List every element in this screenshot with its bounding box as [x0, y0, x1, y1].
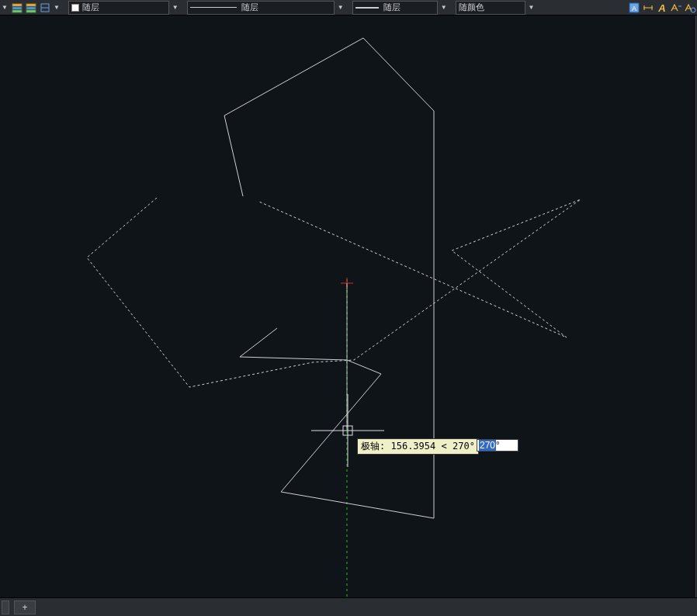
- top-toolbar: ▼ ▼ 随层 ▼ 随层 ▼ 随层 ▼ 随颜色 ▼ A A: [0, 0, 697, 16]
- svg-rect-4: [26, 7, 36, 9]
- add-tab-label: +: [22, 602, 27, 613]
- add-tab-button[interactable]: +: [14, 600, 36, 614]
- side-strip: [694, 16, 697, 597]
- layer-dropdown-label: 随层: [82, 2, 99, 13]
- layer-states-icon[interactable]: [11, 2, 23, 14]
- svg-rect-3: [26, 4, 36, 6]
- annotation-find-icon[interactable]: [684, 2, 696, 14]
- polar-tooltip: 极轴: 156.3954 < 270°: [357, 438, 479, 455]
- bycolor-dropdown-label: 随颜色: [459, 2, 484, 13]
- tab-handle[interactable]: [2, 600, 9, 614]
- dropdown-arrow-icon[interactable]: ▼: [338, 4, 344, 11]
- dropdown-arrow-icon[interactable]: ▼: [172, 4, 179, 11]
- svg-rect-5: [26, 10, 36, 12]
- svg-rect-1: [12, 7, 22, 9]
- text-style-icon[interactable]: A: [628, 2, 640, 14]
- line-sample-thick-icon: [355, 7, 379, 9]
- drawing-canvas[interactable]: 极轴: 156.3954 < 270° 270°: [0, 16, 697, 597]
- layer-isolate-icon[interactable]: [25, 2, 37, 14]
- lineweight-dropdown-label: 随层: [383, 2, 401, 13]
- tab-bar: +: [0, 597, 697, 616]
- dynamic-input[interactable]: 270°: [477, 439, 518, 452]
- linetype-dropdown-label: 随层: [241, 2, 258, 13]
- dimension-style-icon[interactable]: [642, 2, 654, 14]
- svg-text:A: A: [657, 2, 665, 14]
- layer-properties-icon[interactable]: [39, 2, 51, 14]
- annotation-measure-icon[interactable]: [670, 2, 682, 14]
- crosshair-cursor-icon: [311, 394, 384, 467]
- layer-dropdown[interactable]: 随层: [68, 1, 169, 15]
- lineweight-dropdown[interactable]: 随层: [352, 1, 438, 15]
- bycolor-dropdown[interactable]: 随颜色: [456, 1, 525, 15]
- color-swatch-white-icon: [71, 4, 79, 12]
- dropdown-arrow-icon[interactable]: ▼: [529, 4, 535, 11]
- svg-rect-2: [12, 10, 22, 12]
- dropdown-arrow-icon[interactable]: ▼: [54, 4, 60, 11]
- tooltip-angle-sep: <: [442, 441, 447, 452]
- drawing-svg: [0, 16, 697, 597]
- annotation-a-icon[interactable]: A: [656, 2, 668, 14]
- dropdown-arrow-icon[interactable]: ▼: [441, 4, 447, 11]
- line-sample-icon: [190, 7, 237, 8]
- dropdown-arrow-icon[interactable]: ▼: [2, 4, 8, 11]
- svg-text:A: A: [632, 5, 636, 12]
- linetype-dropdown[interactable]: 随层: [187, 1, 335, 15]
- tooltip-label: 极轴:: [361, 441, 385, 452]
- dynamic-input-value: 270: [479, 440, 496, 451]
- dynamic-input-suffix: °: [496, 440, 500, 451]
- svg-rect-0: [12, 4, 22, 6]
- tooltip-angle: 270°: [453, 441, 475, 452]
- tooltip-distance: 156.3954: [390, 441, 435, 452]
